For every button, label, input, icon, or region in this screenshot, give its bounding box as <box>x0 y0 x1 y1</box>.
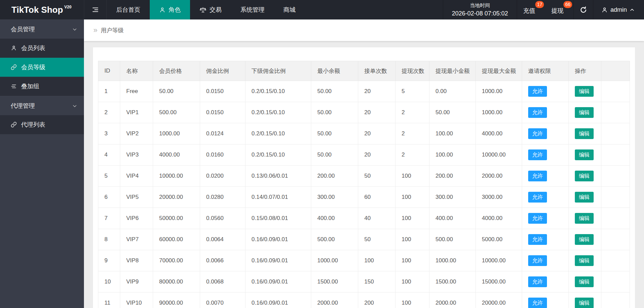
cell: 0.2/0.15/0.10 <box>245 144 311 166</box>
edit-button[interactable]: 编辑 <box>575 171 594 181</box>
cell: 20 <box>358 81 396 102</box>
cell-actions: 编辑 <box>569 229 601 250</box>
recharge-button[interactable]: 充值 17 <box>517 0 545 19</box>
cell: 0.0150 <box>200 102 245 123</box>
cell-filler <box>601 208 630 229</box>
allow-button[interactable]: 允许 <box>528 234 547 245</box>
cell-actions: 编辑 <box>569 81 601 102</box>
cell: VIP5 <box>120 187 153 208</box>
cell: 0.0280 <box>200 187 245 208</box>
cell: 400.00 <box>429 208 476 229</box>
allow-button[interactable]: 允许 <box>528 213 547 223</box>
sidebar-group-agent-management[interactable]: 代理管理 <box>0 96 84 115</box>
allow-button[interactable]: 允许 <box>528 149 547 160</box>
cell: 1000.00 <box>476 102 522 123</box>
edit-button[interactable]: 编辑 <box>575 192 594 202</box>
column-header-2: 会员价格 <box>153 61 200 81</box>
cell: 100 <box>358 250 396 271</box>
cell-actions: 编辑 <box>569 208 601 229</box>
allow-button[interactable]: 允许 <box>528 128 547 139</box>
edit-button[interactable]: 编辑 <box>575 107 594 118</box>
allow-button[interactable]: 允许 <box>528 192 547 202</box>
sidebar-item-stack-group[interactable]: 叠加组 <box>0 77 84 96</box>
cell: 100 <box>396 208 429 229</box>
link-icon <box>11 122 17 128</box>
edit-button[interactable]: 编辑 <box>575 255 594 266</box>
nav-item-roles[interactable]: 角色 <box>150 0 190 19</box>
withdraw-button[interactable]: 提现 66 <box>545 0 573 19</box>
cell: 90000.00 <box>153 293 200 308</box>
cell: 200.00 <box>311 166 358 187</box>
edit-button[interactable]: 编辑 <box>575 128 594 139</box>
edit-button[interactable]: 编辑 <box>575 298 594 308</box>
cell: 150 <box>358 271 396 293</box>
sidebar-item-label: 代理列表 <box>21 121 45 129</box>
cell: 40 <box>358 208 396 229</box>
local-time-value: 2026-02-08 07:05:02 <box>452 10 508 17</box>
nav-item-mall[interactable]: 商城 <box>274 0 305 19</box>
cell: 1000.00 <box>311 250 358 271</box>
table-row: 9VIP870000.000.00660.16/0.09/0.011000.00… <box>98 250 630 271</box>
edit-button[interactable]: 编辑 <box>575 149 594 160</box>
allow-button[interactable]: 允许 <box>528 255 547 266</box>
sidebar-group-label: 代理管理 <box>11 102 35 110</box>
cell-filler <box>601 293 630 308</box>
edit-button[interactable]: 编辑 <box>575 213 594 223</box>
allow-button[interactable]: 允许 <box>528 86 547 96</box>
allow-button[interactable]: 允许 <box>528 171 547 181</box>
refresh-button[interactable] <box>573 0 593 19</box>
cell: 20000.00 <box>476 293 522 308</box>
cell-invite-permission: 允许 <box>522 208 569 229</box>
cell: 0.0160 <box>200 144 245 166</box>
table-row: 11VIP1090000.000.00700.16/0.09/0.012000.… <box>98 293 630 308</box>
cell: 1000.00 <box>476 81 522 102</box>
nav-item-system[interactable]: 系统管理 <box>231 0 274 19</box>
column-header-filler <box>601 61 630 81</box>
cell: 100 <box>396 250 429 271</box>
nav-item-label: 交易 <box>210 6 222 14</box>
nav-item-trade[interactable]: 交易 <box>190 0 231 19</box>
cell: 0.16/0.09/0.01 <box>245 250 311 271</box>
cell-filler <box>601 166 630 187</box>
user-menu[interactable]: admin <box>593 0 644 19</box>
cell: 200 <box>358 293 396 308</box>
cell: 0.0066 <box>200 250 245 271</box>
app-logo[interactable]: TikTok ShopV20 <box>0 0 84 19</box>
cell: VIP9 <box>120 271 153 293</box>
sidebar-toggle-button[interactable] <box>84 0 107 19</box>
edit-button[interactable]: 编辑 <box>575 276 594 287</box>
cell: 20 <box>358 102 396 123</box>
column-header-4: 下级佣金比例 <box>245 61 311 81</box>
allow-button[interactable]: 允许 <box>528 107 547 118</box>
cell: 5000.00 <box>476 229 522 250</box>
cell-invite-permission: 允许 <box>522 144 569 166</box>
table-row: 7VIP650000.000.05600.15/0.08/0.01400.004… <box>98 208 630 229</box>
column-header-10: 邀请权限 <box>522 61 569 81</box>
cell: 50 <box>358 229 396 250</box>
sidebar-item-agent-list[interactable]: 代理列表 <box>0 115 84 134</box>
sidebar-item-member-level[interactable]: 会员等级 <box>0 58 84 77</box>
cell: 9 <box>98 250 120 271</box>
cell: 100 <box>396 229 429 250</box>
cell-invite-permission: 允许 <box>522 81 569 102</box>
cell: 50.00 <box>311 102 358 123</box>
app-version: V20 <box>64 5 72 9</box>
cell-invite-permission: 允许 <box>522 229 569 250</box>
local-time-label: 当地时间 <box>452 2 508 9</box>
sidebar-group-member-management[interactable]: 会员管理 <box>0 19 84 39</box>
cell-actions: 编辑 <box>569 166 601 187</box>
sidebar-item-member-list[interactable]: 会员列表 <box>0 39 84 58</box>
cell: 1000.00 <box>153 123 200 144</box>
cell: 100.00 <box>429 144 476 166</box>
username: admin <box>610 6 627 13</box>
allow-button[interactable]: 允许 <box>528 276 547 287</box>
cell: 20 <box>358 123 396 144</box>
allow-button[interactable]: 允许 <box>528 298 547 308</box>
nav-item-home[interactable]: 后台首页 <box>107 0 150 19</box>
edit-button[interactable]: 编辑 <box>575 234 594 245</box>
cell-filler <box>601 271 630 293</box>
cell: 0.0070 <box>200 293 245 308</box>
edit-button[interactable]: 编辑 <box>575 86 594 96</box>
cell: 100 <box>396 271 429 293</box>
column-header-11: 操作 <box>569 61 601 81</box>
